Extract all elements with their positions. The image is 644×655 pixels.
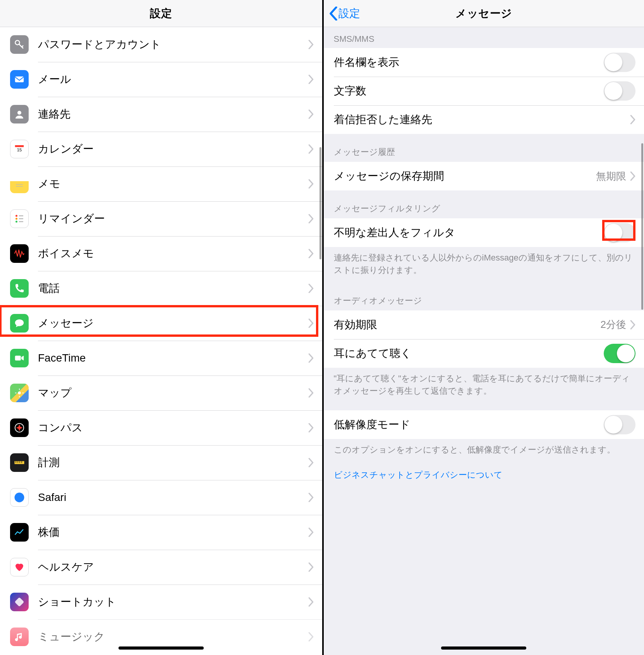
settings-row-passwords[interactable]: パスワードとアカウント	[0, 27, 322, 62]
chevron-left-icon	[329, 7, 338, 21]
settings-row-contacts[interactable]: 連絡先	[0, 97, 322, 132]
back-button[interactable]: 設定	[329, 6, 360, 21]
messages-icon	[10, 314, 29, 333]
svg-point-24	[15, 493, 24, 502]
filter-footer: 連絡先に登録されている人以外からのiMessageの通知をオフにして、別のリスト…	[324, 247, 644, 288]
audio-footer: "耳にあてて聴く"をオンにすると、電話を耳にあてるだけで簡単にオーディオメッセー…	[324, 368, 644, 409]
chevron-right-icon	[308, 493, 314, 502]
settings-row-facetime[interactable]: FaceTime	[0, 341, 322, 376]
svg-rect-3	[15, 77, 24, 82]
keep-messages-label: メッセージの保存期間	[334, 169, 596, 183]
char-count-toggle[interactable]	[604, 81, 635, 101]
chevron-right-icon	[308, 179, 314, 189]
scroll-indicator	[641, 143, 643, 310]
chevron-right-icon	[308, 144, 314, 154]
settings-row-compass[interactable]: コンパス	[0, 410, 322, 445]
settings-row-phone[interactable]: 電話	[0, 271, 322, 306]
chevron-right-icon	[308, 388, 314, 398]
settings-row-label: 株価	[38, 525, 308, 540]
settings-row-maps[interactable]: マップ	[0, 376, 322, 410]
phone-icon	[10, 279, 29, 298]
chevron-right-icon	[308, 249, 314, 258]
keep-messages-row[interactable]: メッセージの保存期間 無期限	[324, 162, 644, 190]
chevron-right-icon	[308, 75, 314, 84]
settings-row-label: コンパス	[38, 420, 308, 435]
settings-row-label: ボイスメモ	[38, 246, 308, 261]
settings-row-label: パスワードとアカウント	[38, 37, 308, 52]
settings-row-label: ショートカット	[38, 595, 308, 609]
lowres-footer: このオプションをオンにすると、低解像度でイメージが送信されます。	[324, 439, 644, 468]
chevron-right-icon	[308, 528, 314, 537]
notes-icon	[10, 175, 29, 193]
settings-row-messages[interactable]: メッセージ	[0, 306, 322, 341]
settings-row-notes[interactable]: メモ	[0, 166, 322, 201]
blocked-contacts-row[interactable]: 着信拒否した連絡先	[324, 105, 644, 134]
raise-listen-label: 耳にあてて聴く	[334, 346, 604, 361]
filter-unknown-toggle[interactable]	[604, 223, 635, 242]
chevron-right-icon	[308, 40, 314, 49]
filter-unknown-label: 不明な差出人をフィルタ	[334, 225, 604, 240]
maps-icon	[10, 384, 29, 402]
back-label: 設定	[338, 6, 360, 21]
settings-row-label: メール	[38, 72, 308, 87]
settings-row-reminders[interactable]: リマインダー	[0, 201, 322, 236]
settings-row-measure[interactable]: 計測	[0, 445, 322, 480]
settings-row-label: 計測	[38, 455, 308, 470]
show-subject-label: 件名欄を表示	[334, 55, 604, 70]
home-indicator[interactable]	[118, 646, 204, 650]
settings-row-label: ミュージック	[38, 629, 308, 644]
settings-row-health[interactable]: ヘルスケア	[0, 550, 322, 585]
facetime-icon	[10, 349, 29, 367]
messages-navbar: 設定 メッセージ	[324, 0, 644, 27]
lowres-row[interactable]: 低解像度モード	[324, 410, 644, 439]
reminders-icon	[10, 209, 29, 228]
chevron-right-icon	[308, 110, 314, 119]
settings-row-label: リマインダー	[38, 211, 308, 226]
svg-point-4	[17, 111, 21, 115]
home-indicator[interactable]	[441, 646, 526, 650]
calendar-icon: 15	[10, 140, 29, 158]
group-header-history: メッセージ履歴	[324, 134, 644, 162]
raise-listen-toggle[interactable]	[604, 344, 635, 363]
settings-row-shortcuts[interactable]: ショートカット	[0, 585, 322, 619]
audio-expire-label: 有効期限	[334, 317, 601, 332]
lowres-toggle[interactable]	[604, 415, 635, 434]
settings-row-safari[interactable]: Safari	[0, 480, 322, 515]
chevron-right-icon	[308, 214, 314, 223]
health-icon	[10, 558, 29, 576]
settings-row-label: メッセージ	[38, 316, 308, 331]
show-subject-toggle[interactable]	[604, 53, 635, 72]
char-count-label: 文字数	[334, 84, 604, 98]
settings-list[interactable]: パスワードとアカウントメール連絡先15カレンダーメモリマインダーボイスメモ電話メ…	[0, 27, 322, 655]
audio-expire-row[interactable]: 有効期限 2分後	[324, 310, 644, 339]
messages-title: メッセージ	[455, 6, 512, 21]
chevron-right-icon	[308, 353, 314, 363]
settings-title: 設定	[150, 6, 172, 21]
group-header-sms: SMS/MMS	[324, 27, 644, 48]
settings-row-calendar[interactable]: 15カレンダー	[0, 132, 322, 166]
svg-point-11	[15, 218, 17, 220]
messages-content[interactable]: SMS/MMS 件名欄を表示 文字数 着信拒否した連絡先 メッセージ履歴 メッセ…	[324, 27, 644, 655]
settings-row-label: FaceTime	[38, 352, 308, 364]
chevron-right-icon	[308, 423, 314, 432]
svg-text:15: 15	[17, 147, 22, 152]
settings-panel: 設定 パスワードとアカウントメール連絡先15カレンダーメモリマインダーボイスメモ…	[0, 0, 322, 655]
settings-row-label: カレンダー	[38, 142, 308, 156]
filter-unknown-row[interactable]: 不明な差出人をフィルタ	[324, 218, 644, 247]
key-icon	[10, 35, 29, 54]
svg-point-17	[18, 391, 21, 394]
char-count-row[interactable]: 文字数	[324, 77, 644, 105]
chevron-right-icon	[308, 632, 314, 641]
show-subject-row[interactable]: 件名欄を表示	[324, 48, 644, 77]
business-chat-privacy-link[interactable]: ビジネスチャットとプライバシーについて	[324, 467, 644, 504]
measure-icon	[10, 453, 29, 472]
settings-row-label: メモ	[38, 177, 308, 191]
settings-row-stocks[interactable]: 株価	[0, 515, 322, 550]
lowres-label: 低解像度モード	[334, 417, 604, 432]
compass-icon	[10, 418, 29, 437]
raise-listen-row[interactable]: 耳にあてて聴く	[324, 339, 644, 368]
settings-row-mail[interactable]: メール	[0, 62, 322, 97]
messages-settings-panel: 設定 メッセージ SMS/MMS 件名欄を表示 文字数 着信拒否した連絡先 メッ…	[322, 0, 644, 655]
settings-row-voicememos[interactable]: ボイスメモ	[0, 236, 322, 271]
svg-line-2	[22, 46, 23, 47]
